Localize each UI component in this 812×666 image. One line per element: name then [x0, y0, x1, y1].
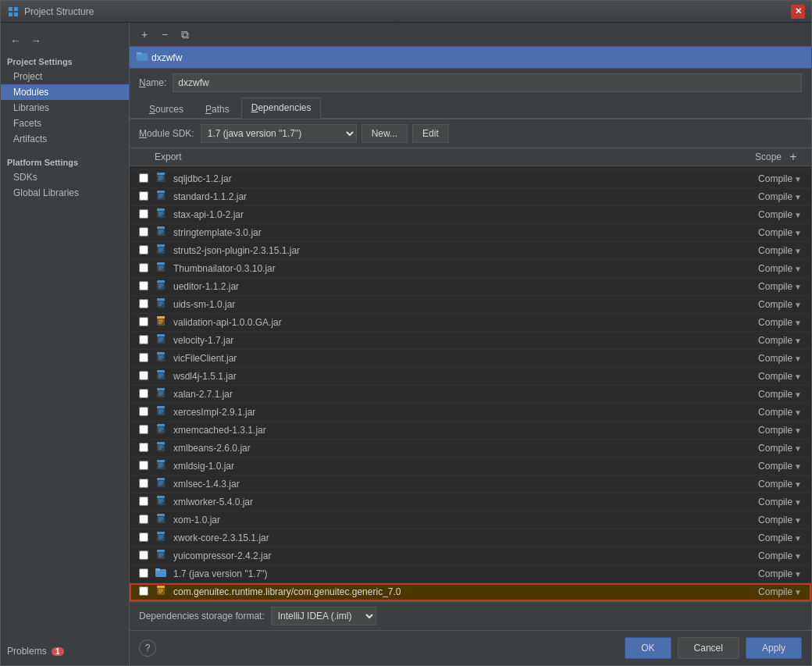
tab-dependencies[interactable]: Dependencies	[241, 98, 322, 119]
add-module-button[interactable]: +	[136, 26, 153, 43]
table-row[interactable]: yuicompressor-2.4.2.jarCompile▼	[130, 547, 811, 565]
table-row[interactable]: xwork-core-2.3.15.1.jarCompile▼	[130, 529, 811, 547]
table-row[interactable]: stringtemplate-3.0.jarCompile▼	[130, 224, 811, 242]
jar-icon	[155, 279, 170, 294]
ok-button[interactable]: OK	[625, 637, 671, 659]
table-row[interactable]: xmlbeans-2.6.0.jarCompile▼	[130, 440, 811, 458]
row-checkbox[interactable]	[139, 425, 148, 434]
col-header-scope: Scope	[711, 148, 782, 166]
row-checkbox[interactable]	[139, 532, 148, 542]
row-checkbox[interactable]	[139, 317, 148, 326]
row-checkbox[interactable]	[139, 299, 148, 308]
sidebar-item-libraries[interactable]: Libraries	[1, 100, 129, 116]
table-row[interactable]: com.genuitec.runtime.library/com.genuite…	[130, 583, 811, 601]
row-scope: Compile▼	[732, 568, 802, 579]
edit-sdk-button[interactable]: Edit	[412, 124, 449, 143]
row-scope: Compile▼	[732, 227, 802, 238]
row-checkbox[interactable]	[139, 173, 148, 183]
name-row: Name:	[130, 69, 811, 97]
help-button[interactable]: ?	[139, 639, 156, 657]
apply-button[interactable]: Apply	[746, 637, 802, 659]
row-checkbox[interactable]	[139, 227, 148, 237]
row-checkbox[interactable]	[139, 586, 148, 596]
row-scope: Compile▼	[732, 407, 802, 418]
table-row[interactable]: 1.7 (java version "1.7")Compile▼	[130, 565, 811, 583]
sidebar-item-global-libraries[interactable]: Global Libraries	[1, 185, 129, 201]
tab-paths[interactable]: Paths	[195, 99, 240, 119]
copy-module-button[interactable]: ⧉	[176, 26, 194, 43]
svg-rect-22	[157, 208, 165, 211]
jar-icon	[155, 261, 170, 276]
row-checkbox[interactable]	[139, 568, 148, 578]
svg-rect-37	[157, 262, 165, 265]
svg-rect-2	[9, 12, 12, 16]
row-checkbox[interactable]	[139, 263, 148, 272]
table-row[interactable]: validation-api-1.0.0.GA.jarCompile▼	[130, 314, 811, 332]
table-row[interactable]: xmldsig-1.0.jarCompile▼	[130, 458, 811, 475]
footer: ? OK Cancel Apply	[130, 630, 811, 665]
table-row[interactable]: xom-1.0.jarCompile▼	[130, 511, 811, 529]
table-row[interactable]: xalan-2.7.1.jarCompile▼	[130, 386, 811, 404]
table-row[interactable]: wsdl4j-1.5.1.jarCompile▼	[130, 368, 811, 386]
module-list-item[interactable]: dxzwfw	[130, 47, 811, 68]
row-checkbox[interactable]	[139, 281, 148, 290]
jar-icon	[155, 530, 170, 546]
table-row[interactable]: xmemcached-1.3.1.jarCompile▼	[130, 422, 811, 440]
project-settings-label: Project Settings	[1, 52, 129, 69]
row-checkbox[interactable]	[139, 497, 148, 506]
row-checkbox[interactable]	[139, 353, 148, 362]
row-checkbox[interactable]	[139, 209, 148, 219]
row-checkbox[interactable]	[139, 245, 148, 255]
table-row[interactable]: sqljdbc-1.2.jarCompile▼	[130, 170, 811, 188]
row-checkbox[interactable]	[139, 371, 148, 380]
sidebar-item-facets[interactable]: Facets	[1, 116, 129, 131]
tab-sources[interactable]: Sources	[139, 99, 194, 119]
jar-icon	[155, 548, 170, 564]
sidebar-item-problems[interactable]: Problems 1	[1, 643, 129, 659]
cancel-button[interactable]: Cancel	[678, 637, 739, 659]
jar-icon	[155, 207, 170, 223]
storage-format-select[interactable]: IntelliJ IDEA (.iml) Eclipse (.classpath…	[271, 607, 376, 625]
close-button[interactable]: ✕	[791, 5, 805, 19]
table-row[interactable]: xmlsec-1.4.3.jarCompile▼	[130, 475, 811, 493]
remove-module-button[interactable]: −	[156, 26, 173, 43]
row-checkbox[interactable]	[139, 191, 148, 201]
add-dependency-button[interactable]: +	[785, 148, 802, 166]
table-row[interactable]: Thumbnailator-0.3.10.jarCompile▼	[130, 260, 811, 278]
table-row[interactable]: xmlworker-5.4.0.jarCompile▼	[130, 493, 811, 511]
sidebar-item-modules[interactable]: Modules	[1, 84, 129, 100]
sidebar-item-project[interactable]: Project	[1, 69, 129, 84]
sdk-label: Module SDK:	[139, 128, 194, 139]
row-checkbox[interactable]	[139, 335, 148, 344]
name-input[interactable]	[173, 73, 802, 92]
new-sdk-button[interactable]: New...	[361, 124, 408, 143]
table-row[interactable]: vicFileClient.jarCompile▼	[130, 350, 811, 368]
forward-button[interactable]: →	[27, 32, 45, 49]
sdk-select[interactable]: 1.7 (java version "1.7")	[201, 124, 357, 143]
table-row[interactable]: ueditor-1.1.2.jarCompile▼	[130, 278, 811, 296]
table-row[interactable]: velocity-1.7.jarCompile▼	[130, 332, 811, 350]
row-checkbox[interactable]	[139, 407, 148, 416]
row-checkbox[interactable]	[139, 479, 148, 488]
jar-icon	[155, 440, 170, 456]
table-row[interactable]: struts2-json-plugin-2.3.15.1.jarCompile▼	[130, 242, 811, 260]
table-row[interactable]: xercesImpl-2.9.1.jarCompile▼	[130, 404, 811, 422]
row-checkbox[interactable]	[139, 550, 148, 560]
svg-rect-72	[157, 388, 165, 390]
svg-rect-82	[157, 424, 165, 426]
row-checkbox[interactable]	[139, 389, 148, 398]
row-checkbox[interactable]	[139, 443, 148, 452]
module-header: + − ⧉ dxzwfw	[130, 23, 811, 69]
sidebar-item-sdks[interactable]: SDKs	[1, 169, 129, 185]
sidebar-item-artifacts[interactable]: Artifacts	[1, 131, 129, 147]
table-row[interactable]: uids-sm-1.0.jarCompile▼	[130, 296, 811, 314]
table-row[interactable]: standard-1.1.2.jarCompile▼	[130, 188, 811, 206]
row-checkbox[interactable]	[139, 461, 148, 470]
row-name: vicFileClient.jar	[173, 353, 732, 364]
sidebar: ← → Project Settings Project Modules Lib…	[1, 23, 130, 665]
row-scope: Compile▼	[732, 335, 802, 346]
svg-rect-52	[157, 316, 165, 319]
back-button[interactable]: ←	[7, 32, 24, 49]
table-row[interactable]: stax-api-1.0-2.jarCompile▼	[130, 206, 811, 224]
row-checkbox[interactable]	[139, 515, 148, 524]
